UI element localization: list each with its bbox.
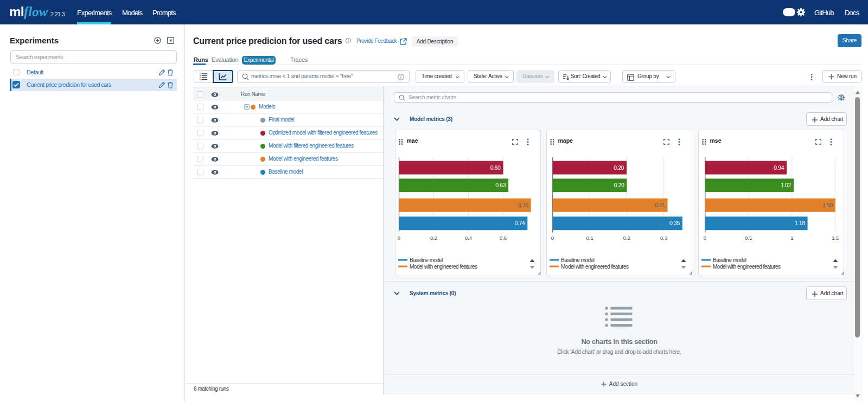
svg-text:0.20: 0.20 [614, 182, 624, 188]
svg-text:0.5: 0.5 [745, 234, 752, 240]
svg-text:0.1: 0.1 [586, 234, 593, 240]
svg-text:1.5: 1.5 [832, 234, 839, 240]
svg-text:1.02: 1.02 [781, 182, 791, 188]
svg-text:0.76: 0.76 [518, 201, 528, 208]
svg-text:Baseline model: Baseline model [713, 257, 746, 263]
svg-text:0.3: 0.3 [660, 234, 667, 240]
svg-text:0.35: 0.35 [669, 220, 680, 226]
svg-text:1: 1 [790, 234, 793, 240]
svg-text:Model with engineered features: Model with engineered features [713, 263, 781, 269]
svg-text:0.6: 0.6 [500, 234, 507, 240]
svg-text:0.74: 0.74 [514, 220, 525, 226]
svg-text:0.31: 0.31 [655, 201, 665, 208]
svg-text:Model with engineered features: Model with engineered features [410, 263, 477, 269]
svg-text:Baseline model: Baseline model [410, 257, 443, 263]
svg-text:0.60: 0.60 [490, 164, 501, 170]
svg-text:0: 0 [551, 234, 554, 240]
svg-text:Baseline model: Baseline model [561, 257, 595, 263]
svg-text:0.4: 0.4 [465, 234, 472, 240]
svg-text:1.50: 1.50 [822, 201, 833, 208]
svg-text:Model with engineered features: Model with engineered features [561, 263, 629, 269]
svg-text:0: 0 [398, 234, 400, 240]
svg-text:0.20: 0.20 [614, 164, 624, 170]
svg-text:0.2: 0.2 [430, 234, 437, 240]
svg-text:1.18: 1.18 [795, 220, 805, 226]
svg-text:0.63: 0.63 [495, 182, 506, 188]
svg-text:0.94: 0.94 [774, 164, 784, 170]
svg-text:0.2: 0.2 [623, 234, 630, 240]
svg-text:0: 0 [704, 234, 706, 240]
